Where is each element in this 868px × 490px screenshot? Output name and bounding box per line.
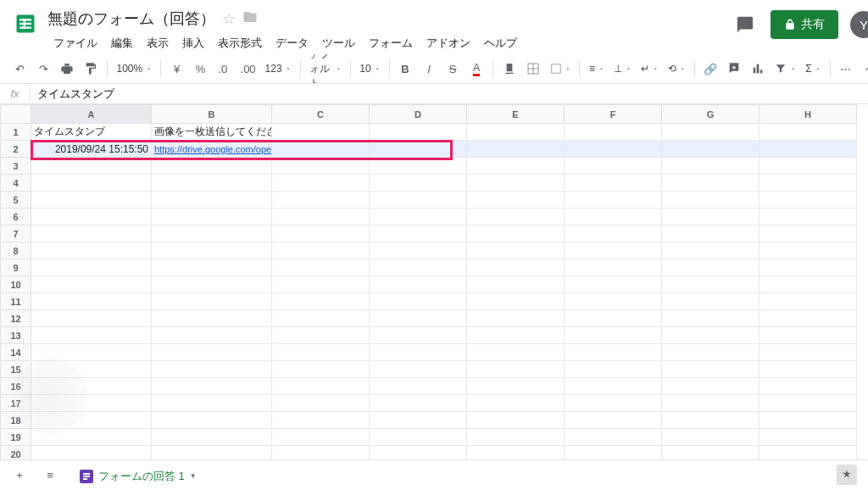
- text-wrap-button[interactable]: ↵: [637, 58, 662, 80]
- star-icon[interactable]: ☆: [222, 9, 236, 28]
- cell-F20[interactable]: [565, 446, 662, 460]
- cell-F4[interactable]: [565, 175, 662, 192]
- cell-C1[interactable]: [272, 124, 370, 141]
- document-title[interactable]: 無題のフォーム（回答）: [47, 8, 215, 29]
- cell-C18[interactable]: [272, 412, 370, 429]
- paint-format-button[interactable]: [80, 58, 102, 80]
- cell-A9[interactable]: [31, 259, 152, 276]
- cell-B14[interactable]: [152, 344, 272, 361]
- cell-E9[interactable]: [467, 259, 565, 276]
- row-header-3[interactable]: 3: [1, 158, 31, 175]
- cell-D1[interactable]: [370, 124, 467, 141]
- col-header-A[interactable]: A: [31, 105, 152, 124]
- redo-button[interactable]: ↷: [32, 58, 54, 80]
- menu-file[interactable]: ファイル: [47, 32, 103, 54]
- row-header-4[interactable]: 4: [1, 175, 31, 192]
- menu-help[interactable]: ヘルプ: [478, 32, 523, 54]
- cell-D18[interactable]: [370, 412, 467, 429]
- cell-B9[interactable]: [152, 259, 272, 276]
- cell-A7[interactable]: [31, 226, 152, 242]
- cell-A2[interactable]: 2019/09/24 15:15:50: [31, 141, 152, 158]
- cell-G17[interactable]: [662, 395, 760, 412]
- menu-form[interactable]: フォーム: [363, 32, 419, 54]
- cell-D15[interactable]: [370, 361, 467, 378]
- row-header-19[interactable]: 19: [1, 429, 31, 446]
- cell-D17[interactable]: [370, 395, 467, 412]
- cell-D7[interactable]: [370, 226, 467, 242]
- cell-G1[interactable]: [662, 124, 760, 141]
- cell-A1[interactable]: タイムスタンプ: [31, 124, 152, 141]
- menu-data[interactable]: データ: [270, 32, 314, 54]
- cell-E11[interactable]: [467, 293, 565, 310]
- cell-E20[interactable]: [467, 446, 565, 460]
- menu-insert[interactable]: 挿入: [176, 32, 210, 54]
- cell-B3[interactable]: [152, 158, 272, 175]
- cell-D9[interactable]: [370, 259, 467, 276]
- cell-F5[interactable]: [565, 192, 662, 209]
- menu-view[interactable]: 表示: [141, 32, 175, 54]
- cell-E12[interactable]: [467, 310, 565, 327]
- cell-G10[interactable]: [662, 276, 760, 293]
- menu-tools[interactable]: ツール: [316, 32, 361, 54]
- print-button[interactable]: [56, 58, 78, 80]
- cell-H2[interactable]: [760, 141, 857, 158]
- cell-F14[interactable]: [565, 344, 662, 361]
- row-header-9[interactable]: 9: [1, 259, 31, 276]
- formula-input[interactable]: [31, 87, 868, 100]
- cell-B18[interactable]: [152, 412, 272, 429]
- cell-D19[interactable]: [370, 429, 467, 446]
- cell-F15[interactable]: [565, 361, 662, 378]
- cell-C11[interactable]: [272, 293, 370, 310]
- cell-D16[interactable]: [370, 378, 467, 395]
- cell-E10[interactable]: [467, 276, 565, 293]
- cell-F7[interactable]: [565, 226, 662, 242]
- cell-F3[interactable]: [565, 158, 662, 175]
- cell-B7[interactable]: [152, 226, 272, 242]
- cell-E15[interactable]: [467, 361, 565, 378]
- functions-button[interactable]: Σ: [801, 58, 824, 80]
- row-header-7[interactable]: 7: [1, 226, 31, 242]
- folder-icon[interactable]: [242, 9, 258, 29]
- number-format-dropdown[interactable]: 123: [261, 58, 295, 80]
- cell-B15[interactable]: [152, 361, 272, 378]
- cell-H7[interactable]: [760, 226, 857, 242]
- cell-F6[interactable]: [565, 209, 662, 226]
- cell-C8[interactable]: [272, 242, 370, 259]
- v-align-button[interactable]: ⊥: [609, 58, 635, 80]
- decimal-increase-button[interactable]: .00: [237, 58, 259, 80]
- col-header-D[interactable]: D: [370, 105, 467, 124]
- cell-G3[interactable]: [662, 158, 760, 175]
- cell-H9[interactable]: [760, 259, 857, 276]
- comment-insert-button[interactable]: [723, 58, 745, 80]
- cell-C7[interactable]: [272, 226, 370, 242]
- cell-D3[interactable]: [370, 158, 467, 175]
- row-header-14[interactable]: 14: [1, 344, 31, 361]
- cell-B13[interactable]: [152, 327, 272, 344]
- cell-E19[interactable]: [467, 429, 565, 446]
- currency-yen-button[interactable]: ¥: [166, 58, 188, 80]
- collapse-toolbar-button[interactable]: へ: [860, 58, 868, 80]
- cell-F17[interactable]: [565, 395, 662, 412]
- cell-A12[interactable]: [31, 310, 152, 327]
- comments-button[interactable]: [732, 11, 759, 38]
- cell-H14[interactable]: [760, 344, 857, 361]
- cell-G20[interactable]: [662, 446, 760, 460]
- cell-G4[interactable]: [662, 175, 760, 192]
- cell-E2[interactable]: [467, 141, 565, 158]
- cell-C17[interactable]: [272, 395, 370, 412]
- cell-B2[interactable]: https://drive.google.com/open?id=1BYH_5Z…: [152, 141, 272, 158]
- row-header-12[interactable]: 12: [1, 310, 31, 327]
- cell-H12[interactable]: [760, 310, 857, 327]
- cell-H11[interactable]: [760, 293, 857, 310]
- cell-G18[interactable]: [662, 412, 760, 429]
- cell-C2[interactable]: [272, 141, 370, 158]
- cell-F18[interactable]: [565, 412, 662, 429]
- cell-B17[interactable]: [152, 395, 272, 412]
- decimal-decrease-button[interactable]: .0: [214, 58, 236, 80]
- row-header-10[interactable]: 10: [1, 276, 31, 293]
- cell-A6[interactable]: [31, 209, 152, 226]
- cell-B20[interactable]: [152, 446, 272, 460]
- cell-E16[interactable]: [467, 378, 565, 395]
- cell-H4[interactable]: [760, 175, 857, 192]
- spreadsheet-grid[interactable]: ABCDEFGH1タイムスタンプ画像を一枚送信してください22019/09/24…: [0, 104, 868, 459]
